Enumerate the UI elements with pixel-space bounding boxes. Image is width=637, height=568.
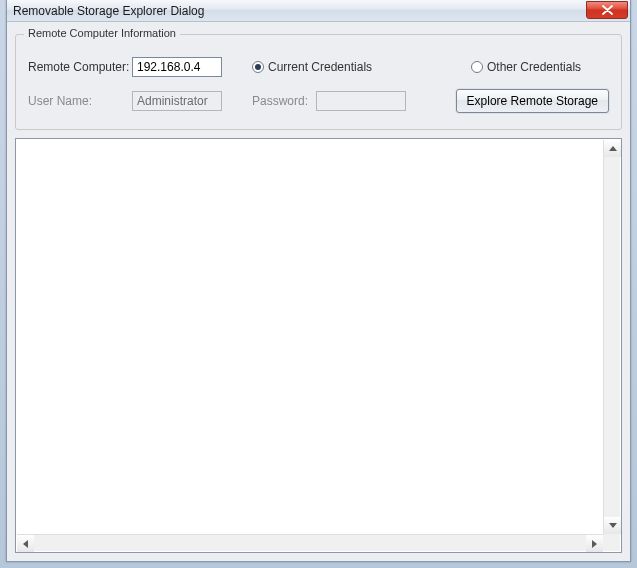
password-input <box>316 91 406 111</box>
dialog-window: Removable Storage Explorer Dialog Remote… <box>6 0 631 562</box>
close-icon <box>602 5 613 15</box>
vertical-scrollbar[interactable] <box>603 140 620 534</box>
horizontal-scrollbar[interactable] <box>17 534 603 551</box>
scroll-up-button[interactable] <box>604 140 621 157</box>
scrollbar-corner <box>603 534 620 551</box>
group-legend: Remote Computer Information <box>24 27 180 39</box>
close-button[interactable] <box>586 1 628 19</box>
row-1: Remote Computer: Current Credentials Oth… <box>28 53 609 81</box>
results-area <box>15 138 622 553</box>
title-bar: Removable Storage Explorer Dialog <box>7 0 630 22</box>
explore-remote-storage-button[interactable]: Explore Remote Storage <box>456 89 609 113</box>
remote-info-group: Remote Computer Information Remote Compu… <box>15 34 622 130</box>
scroll-down-button[interactable] <box>604 517 621 534</box>
user-name-label: User Name: <box>28 94 128 108</box>
row-2: User Name: Password: Explore Remote Stor… <box>28 87 609 115</box>
password-label: Password: <box>252 94 312 108</box>
arrow-down-icon <box>609 523 617 528</box>
window-title: Removable Storage Explorer Dialog <box>13 4 204 18</box>
results-listview[interactable] <box>15 138 622 553</box>
other-credentials-label: Other Credentials <box>487 60 581 74</box>
client-area: Remote Computer Information Remote Compu… <box>15 28 622 553</box>
current-credentials-label: Current Credentials <box>268 60 372 74</box>
remote-computer-input[interactable] <box>132 57 222 77</box>
radio-icon <box>252 61 264 73</box>
current-credentials-radio[interactable]: Current Credentials <box>252 60 372 74</box>
arrow-up-icon <box>609 146 617 151</box>
arrow-right-icon <box>592 540 597 548</box>
radio-icon <box>471 61 483 73</box>
other-credentials-radio[interactable]: Other Credentials <box>471 60 609 74</box>
listview-content <box>17 140 603 534</box>
scroll-right-button[interactable] <box>586 535 603 552</box>
user-name-input <box>132 91 222 111</box>
scroll-left-button[interactable] <box>17 535 34 552</box>
arrow-left-icon <box>23 540 28 548</box>
remote-computer-label: Remote Computer: <box>28 60 128 74</box>
